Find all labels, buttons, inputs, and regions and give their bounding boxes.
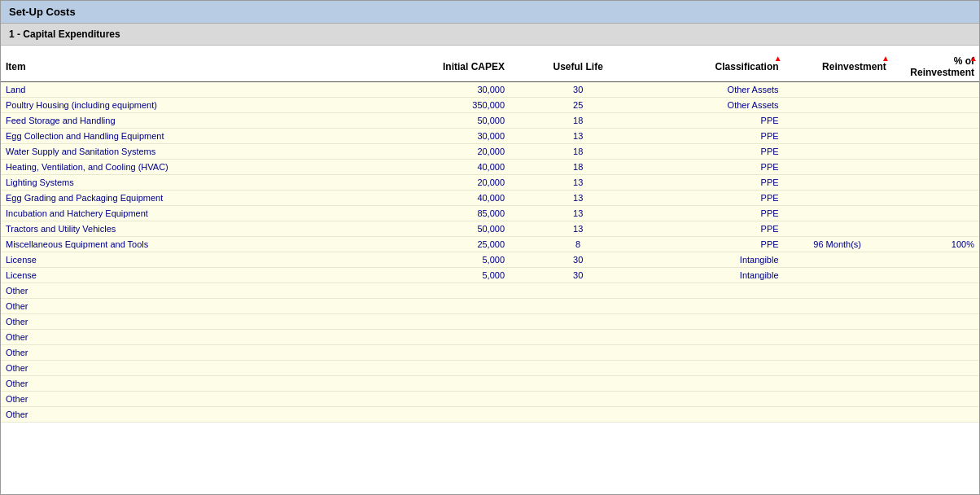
cell-classification[interactable]: Intangible — [646, 268, 783, 283]
cell-item[interactable]: Other — [1, 314, 373, 330]
cell-life[interactable] — [510, 392, 646, 407]
cell-reinvestment[interactable] — [784, 82, 891, 98]
cell-item[interactable]: License — [1, 252, 373, 268]
cell-life[interactable] — [510, 407, 646, 423]
cell-classification[interactable] — [646, 345, 783, 361]
cell-reinvestment[interactable] — [784, 113, 891, 129]
table-row[interactable]: Lighting Systems20,00013PPE — [1, 175, 979, 191]
cell-classification[interactable]: PPE — [646, 175, 783, 191]
cell-pct[interactable] — [891, 82, 979, 98]
table-row[interactable]: Other — [1, 345, 979, 361]
cell-item[interactable]: Other — [1, 330, 373, 345]
cell-capex[interactable]: 5,000 — [373, 252, 510, 268]
table-row[interactable]: Poultry Housing (including equipment)350… — [1, 98, 979, 113]
cell-classification[interactable]: PPE — [646, 144, 783, 160]
cell-life[interactable]: 13 — [510, 129, 646, 144]
cell-item[interactable]: Feed Storage and Handling — [1, 113, 373, 129]
table-row[interactable]: Other — [1, 392, 979, 407]
cell-pct[interactable] — [891, 314, 979, 330]
table-row[interactable]: License5,00030Intangible — [1, 252, 979, 268]
cell-classification[interactable] — [646, 361, 783, 376]
cell-pct[interactable] — [891, 299, 979, 314]
cell-reinvestment[interactable] — [784, 361, 891, 376]
cell-item[interactable]: Other — [1, 283, 373, 299]
cell-item[interactable]: Land — [1, 82, 373, 98]
cell-life[interactable] — [510, 314, 646, 330]
cell-pct[interactable] — [891, 144, 979, 160]
table-row[interactable]: Other — [1, 361, 979, 376]
cell-life[interactable]: 13 — [510, 206, 646, 221]
cell-life[interactable]: 18 — [510, 113, 646, 129]
cell-classification[interactable]: PPE — [646, 206, 783, 221]
cell-life[interactable] — [510, 283, 646, 299]
cell-pct[interactable] — [891, 221, 979, 237]
cell-reinvestment[interactable] — [784, 299, 891, 314]
table-row[interactable]: Heating, Ventilation, and Cooling (HVAC)… — [1, 160, 979, 175]
cell-item[interactable]: Other — [1, 361, 373, 376]
cell-capex[interactable] — [373, 376, 510, 392]
table-row[interactable]: Water Supply and Sanitation Systems20,00… — [1, 144, 979, 160]
cell-capex[interactable] — [373, 392, 510, 407]
cell-pct[interactable] — [891, 330, 979, 345]
cell-item[interactable]: Other — [1, 299, 373, 314]
cell-life[interactable]: 30 — [510, 268, 646, 283]
cell-capex[interactable] — [373, 361, 510, 376]
cell-capex[interactable]: 30,000 — [373, 129, 510, 144]
table-row[interactable]: Egg Grading and Packaging Equipment40,00… — [1, 191, 979, 206]
cell-classification[interactable] — [646, 330, 783, 345]
cell-pct[interactable] — [891, 407, 979, 423]
cell-life[interactable]: 18 — [510, 144, 646, 160]
table-row[interactable]: Tractors and Utility Vehicles50,00013PPE — [1, 221, 979, 237]
cell-classification[interactable] — [646, 299, 783, 314]
cell-reinvestment[interactable] — [784, 129, 891, 144]
cell-capex[interactable]: 50,000 — [373, 113, 510, 129]
cell-reinvestment[interactable] — [784, 314, 891, 330]
cell-life[interactable] — [510, 330, 646, 345]
cell-capex[interactable]: 20,000 — [373, 175, 510, 191]
cell-reinvestment[interactable] — [784, 407, 891, 423]
cell-capex[interactable] — [373, 283, 510, 299]
cell-capex[interactable] — [373, 330, 510, 345]
cell-life[interactable]: 13 — [510, 175, 646, 191]
cell-classification[interactable]: PPE — [646, 237, 783, 252]
cell-reinvestment[interactable] — [784, 252, 891, 268]
cell-pct[interactable] — [891, 191, 979, 206]
cell-reinvestment[interactable]: 96 Month(s) — [784, 237, 891, 252]
cell-classification[interactable]: Intangible — [646, 252, 783, 268]
cell-item[interactable]: Egg Grading and Packaging Equipment — [1, 191, 373, 206]
cell-reinvestment[interactable] — [784, 144, 891, 160]
cell-item[interactable]: License — [1, 268, 373, 283]
cell-pct[interactable] — [891, 129, 979, 144]
table-row[interactable]: Other — [1, 407, 979, 423]
cell-item[interactable]: Other — [1, 407, 373, 423]
table-row[interactable]: Feed Storage and Handling50,00018PPE — [1, 113, 979, 129]
cell-item[interactable]: Lighting Systems — [1, 175, 373, 191]
table-row[interactable]: Other — [1, 376, 979, 392]
cell-reinvestment[interactable] — [784, 160, 891, 175]
cell-life[interactable]: 18 — [510, 160, 646, 175]
cell-life[interactable]: 8 — [510, 237, 646, 252]
table-row[interactable]: Other — [1, 283, 979, 299]
cell-capex[interactable]: 25,000 — [373, 237, 510, 252]
cell-pct[interactable] — [891, 98, 979, 113]
cell-pct[interactable] — [891, 113, 979, 129]
cell-reinvestment[interactable] — [784, 392, 891, 407]
cell-reinvestment[interactable] — [784, 175, 891, 191]
table-row[interactable]: Other — [1, 299, 979, 314]
table-row[interactable]: Miscellaneous Equipment and Tools25,0008… — [1, 237, 979, 252]
cell-item[interactable]: Incubation and Hatchery Equipment — [1, 206, 373, 221]
cell-item[interactable]: Poultry Housing (including equipment) — [1, 98, 373, 113]
cell-classification[interactable] — [646, 376, 783, 392]
cell-capex[interactable]: 30,000 — [373, 82, 510, 98]
cell-life[interactable] — [510, 345, 646, 361]
cell-life[interactable] — [510, 376, 646, 392]
cell-classification[interactable] — [646, 314, 783, 330]
cell-classification[interactable] — [646, 407, 783, 423]
table-row[interactable]: Land30,00030Other Assets — [1, 82, 979, 98]
cell-life[interactable]: 25 — [510, 98, 646, 113]
cell-item[interactable]: Other — [1, 376, 373, 392]
cell-life[interactable]: 13 — [510, 191, 646, 206]
cell-item[interactable]: Other — [1, 392, 373, 407]
cell-pct[interactable] — [891, 345, 979, 361]
cell-pct[interactable] — [891, 175, 979, 191]
